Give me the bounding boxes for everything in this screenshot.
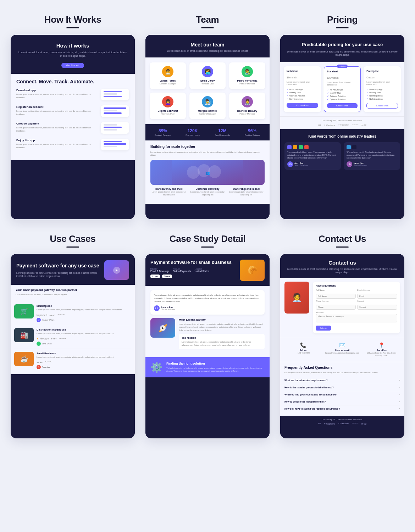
cs-footer-icon: ⚙️	[150, 361, 163, 373]
cu-input-email[interactable]	[357, 294, 397, 299]
testimonial-1-logos	[287, 145, 338, 149]
plan-enterprise-btn[interactable]: Choose Plan	[366, 103, 398, 109]
cu-faq-item-5[interactable]: How do I have to submit the required doc…	[284, 405, 400, 412]
cs-quote-role: Senior Manager	[161, 308, 175, 310]
trust-text: Trusted by 150,000+ customers worldwide	[284, 120, 400, 122]
cs-bakery-title: Meet Larana Bakery	[179, 318, 265, 321]
section-underline-contact-us	[336, 246, 349, 248]
uc-cases-list: 🛒 Marketplace Lorem ipsum dolor sit amet…	[11, 299, 135, 374]
cu-faq-arrow-4: ›	[399, 400, 400, 403]
cu-office-icon: 📍	[364, 342, 399, 348]
uc-author-1-name: Marcus Wright	[42, 319, 54, 321]
stat-1: 89% Content Payment	[149, 128, 177, 136]
section-underline-case-study	[201, 246, 214, 248]
plan-standard-btn[interactable]: Choose Plan	[327, 103, 358, 108]
uc-case-1: 🛒 Marketplace Lorem ipsum dolor sit amet…	[14, 301, 131, 325]
t-logo-5	[347, 145, 351, 149]
cu-faq-q-3: Where to find your routing and account n…	[284, 393, 337, 396]
svg-point-1	[187, 166, 200, 179]
team-name-4: Brigitte Schwartz	[153, 110, 183, 112]
cu-field-message: Message	[316, 311, 397, 324]
building-title: Building for scale together	[150, 145, 265, 149]
hw-header: How it works Lorem ipsum dolor sit amet,…	[11, 35, 135, 74]
testimonial-2: "It's really wonderful. Absolutely wonde…	[344, 142, 400, 170]
cu-faq-arrow-1: ›	[399, 379, 400, 382]
cu-faq-arrow-3: ›	[399, 393, 400, 396]
team-member-6: 👩‍⚕️ Rachelle Beaulry Partner Member	[229, 93, 265, 119]
team-member-5: 👨‍🔬 Morgan Maxwell Content Manager	[189, 93, 226, 119]
plan-standard-period: /month	[331, 77, 338, 79]
uc-case-1-desc: Lorem ipsum dolor sit amet, consectetur …	[37, 309, 122, 311]
cu-faq-item-1[interactable]: What are the admission requirements ? ›	[284, 377, 400, 384]
cu-trust-text: Trusted by 352,000+ customers worldwide	[284, 419, 400, 421]
hw-title: How it works	[18, 43, 128, 49]
uc-case-2-meta: ● Google ●●●○ 〜〜〜	[37, 337, 114, 340]
cu-form-section: 🧑‍💼 Have a question? Full Name Email Add…	[280, 278, 404, 337]
testimonial-1-text: "I am completely blown away. This compan…	[287, 151, 338, 159]
t-logo-6	[352, 145, 356, 149]
cu-input-message[interactable]	[316, 314, 397, 322]
cu-faq-desc: Lorem ipsum dolor sit amet, consectetur …	[284, 371, 400, 374]
value-1-desc: Lorem ipsum dolor sit amet consectetur a…	[150, 191, 187, 196]
testimonial-2-logos	[347, 145, 397, 149]
team-title: Meet our team	[151, 42, 264, 48]
uc-case-3-image: ☕	[14, 352, 34, 366]
uc-case-3-desc: Lorem ipsum dolor sit amet, consectetur …	[37, 356, 114, 359]
section-title-pricing: Pricing	[327, 14, 358, 25]
cs-bakery-play[interactable]: ▶	[160, 325, 166, 331]
cu-faq-item-3[interactable]: Where to find your routing and account n…	[284, 391, 400, 398]
team-avatar-6: 👩‍⚕️	[242, 96, 253, 107]
team-member-2: 👩‍💻 Emile Darcy Premium User	[189, 62, 226, 89]
building-image: 👥	[150, 160, 265, 185]
cu-trust-logo-3: ⭑ Trustpilot	[338, 422, 349, 425]
value-3: Ownership and Impact Lorem ipsum dolor s…	[228, 188, 265, 199]
cu-office-label: Our office	[364, 349, 399, 351]
cu-field-email: Email Address	[357, 289, 397, 299]
uc-author-2-avatar: J	[37, 342, 41, 346]
svg-text:👥: 👥	[205, 171, 210, 175]
cu-field-phone: Phone Number	[316, 300, 356, 310]
hw-step-1-title: Download app	[16, 89, 97, 92]
card-pricing: Predictable pricing for your use case Lo…	[280, 35, 404, 219]
cu-form: Have a question? Full Name Email Address	[313, 282, 400, 333]
uc-play-button[interactable]: ▶	[113, 267, 120, 274]
cu-faq-item-4[interactable]: How to choose the right payment mt? ›	[284, 398, 400, 405]
cs-bakery-image: 🥖 ▶	[150, 318, 175, 338]
t-avatar-1: JD	[287, 161, 293, 167]
cu-submit-button[interactable]: Submit	[316, 326, 331, 331]
cs-footer: ⚙️ Finding the right solution Turbo Ipik…	[145, 357, 270, 377]
uc-desc: Lorem ipsum dolor sit amet, consectetur …	[16, 271, 100, 278]
cu-input-subject[interactable]	[357, 305, 397, 310]
team-avatar-2: 👩‍💻	[202, 66, 213, 77]
cs-mission-title: The Mission	[182, 337, 262, 339]
cu-trust-logo-2: ✦ Capterra	[324, 422, 335, 425]
cu-faq-item-2[interactable]: How is the transfer process to take the …	[284, 384, 400, 391]
team-role-5: Content Manager	[192, 113, 223, 116]
cu-trust-logo-5: ★ G2	[361, 422, 366, 425]
team-stats: 89% Content Payment 120K Premium Uses 12…	[145, 124, 270, 140]
pricing-trust: Trusted by 150,000+ customers worldwide …	[280, 116, 404, 129]
stat-num-1: 89%	[149, 128, 177, 133]
cu-label-email: Email Address	[357, 289, 397, 291]
stat-label-4: Positive Ratings	[238, 134, 266, 136]
plan-individual-btn[interactable]: Choose Plan	[287, 103, 318, 108]
section-case-study: Case Study Detail Payment software for s…	[145, 233, 270, 438]
uc-header-image: ▶	[104, 260, 129, 280]
cs-quote-avatar: LB	[154, 305, 160, 311]
t-avatar-2: LN	[347, 161, 352, 167]
team-avatar-5: 👨‍🔬	[202, 96, 213, 107]
pricing-plans: Individual $9/month Lorem ipsum dolor si…	[280, 62, 404, 116]
cs-quote-author: LB Larana Bay Senior Manager	[154, 305, 261, 311]
hw-btn[interactable]: Get Started	[61, 63, 84, 68]
hw-step-2-desc: Lorem ipsum dolor sit amet, consectetur …	[16, 110, 97, 116]
cu-input-name[interactable]	[316, 294, 356, 299]
cs-mission-text: Lorem ipsum dolor sit amet, consectetur …	[182, 340, 262, 347]
cu-faq-q-5: How do I have to submit the required doc…	[284, 408, 340, 410]
uc-case-2: 🏭 Distribution warehouse Lorem ipsum dol…	[14, 325, 131, 349]
uc-author-1-avatar: M	[37, 318, 41, 322]
uc-author-2: J Jane Smith	[37, 342, 114, 346]
testimonials-title: Kind words from online industry leaders	[284, 134, 400, 139]
cu-input-phone[interactable]	[316, 305, 356, 310]
t-logo-2	[293, 145, 297, 149]
plan-individual-features: No Activity App Monthly Plan Optimize Ac…	[287, 88, 318, 100]
